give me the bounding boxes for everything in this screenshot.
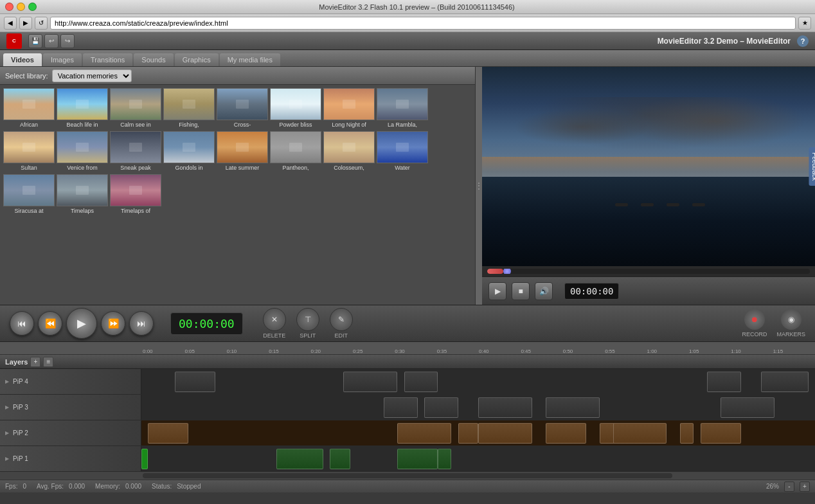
bookmark-button[interactable]: ★ (798, 17, 811, 30)
library-item-18[interactable]: Timelaps (57, 174, 108, 215)
preview-progress-bar[interactable] (487, 269, 810, 274)
library-select[interactable]: Vacation memories (52, 69, 132, 82)
layer-track-pip2[interactable] (141, 420, 815, 446)
status-value: Stopped (177, 483, 201, 490)
clip-pip4-4[interactable] (707, 372, 740, 392)
expand-pip4[interactable]: ▶ (5, 379, 9, 384)
library-item-13[interactable]: Late summer (217, 131, 268, 172)
help-button[interactable]: ? (797, 35, 809, 47)
clip-pip3-3[interactable] (478, 397, 532, 418)
layer-settings-button[interactable]: ≡ (43, 357, 53, 367)
undo-button[interactable]: ↩ (44, 34, 58, 48)
zoom-out-button[interactable]: - (784, 482, 794, 492)
tab-transitions[interactable]: Transitions (83, 53, 132, 66)
library-item-15[interactable]: Colosseum, (323, 131, 375, 172)
clip-pip2-5[interactable] (546, 423, 586, 444)
rewind-button[interactable]: ⏪ (38, 311, 62, 336)
clip-pip4-3[interactable] (404, 372, 438, 392)
forward-nav-button[interactable]: ▶ (19, 17, 32, 30)
minimize-button[interactable] (17, 3, 25, 11)
expand-pip1[interactable]: ▶ (5, 456, 9, 462)
library-item-4[interactable]: Fishing, (163, 88, 215, 129)
tab-my-media[interactable]: My media files (220, 53, 280, 66)
clip-pip1-3[interactable] (397, 449, 438, 469)
preview-stop-button[interactable]: ■ (512, 282, 530, 300)
clip-pip3-2[interactable] (424, 397, 458, 418)
delete-button[interactable]: ✕ (263, 308, 286, 331)
clip-pip2-1[interactable] (148, 423, 188, 444)
reload-button[interactable]: ↺ (35, 17, 48, 30)
clip-pip2-9[interactable] (701, 423, 741, 444)
library-item-9[interactable]: Sultan (3, 131, 55, 172)
library-item-1[interactable]: African (3, 88, 55, 129)
transport-right-tools: ⏺ RECORD ◉ MARKERS (742, 309, 805, 338)
layer-label-pip3: ▶ PiP 3 (0, 395, 141, 420)
clip-pip1-4[interactable] (438, 449, 451, 469)
clip-pip2-4[interactable] (478, 423, 532, 444)
timeline-scroll[interactable] (0, 472, 815, 480)
edit-button[interactable]: ✎ (330, 308, 353, 331)
clip-pip2-8[interactable] (680, 423, 694, 444)
transport-timecode: 00:00:00 (170, 312, 243, 335)
forward-to-end-button[interactable]: ⏭ (129, 311, 154, 336)
library-item-16[interactable]: Water (377, 131, 428, 172)
layer-track-pip4[interactable] (141, 369, 815, 394)
markers-tool[interactable]: ◉ MARKERS (776, 309, 805, 338)
clip-pip3-1[interactable] (384, 397, 417, 418)
preview-water (482, 177, 815, 267)
expand-pip2[interactable]: ▶ (5, 430, 9, 436)
maximize-button[interactable] (28, 3, 37, 11)
library-item-17[interactable]: Siracusa at (3, 174, 55, 215)
clip-pip4-2[interactable] (343, 372, 397, 392)
tab-images[interactable]: Images (43, 53, 82, 66)
scroll-track[interactable] (143, 473, 672, 478)
library-item-12[interactable]: Gondols in (163, 131, 215, 172)
split-button[interactable]: ⊤ (296, 308, 319, 331)
preview-play-button[interactable]: ▶ (488, 282, 506, 300)
add-layer-button[interactable]: + (30, 357, 40, 367)
clip-pip1-2[interactable] (330, 449, 350, 469)
redo-button[interactable]: ↪ (60, 34, 75, 48)
clip-pip2-7[interactable] (613, 423, 667, 444)
address-input[interactable] (50, 17, 796, 30)
close-button[interactable] (5, 3, 13, 11)
markers-icon: ◉ (781, 309, 802, 330)
tab-videos[interactable]: Videos (3, 53, 42, 66)
library-item-3[interactable]: Calm see in (110, 88, 161, 129)
layer-track-pip3[interactable] (141, 395, 815, 420)
layers-header: Layers + ≡ (0, 355, 815, 369)
clip-pip2-3[interactable] (458, 423, 478, 444)
clip-pip4-5[interactable] (761, 372, 808, 392)
library-item-7[interactable]: Long Night of (323, 88, 375, 129)
library-item-5[interactable]: Cross- (217, 88, 268, 129)
media-label-7: Long Night of (323, 120, 375, 129)
clip-pip3-5[interactable] (721, 397, 775, 418)
clip-pip1-marker[interactable] (141, 449, 148, 469)
library-item-11[interactable]: Sneak peak (110, 131, 161, 172)
library-item-8[interactable]: La Rambla, (377, 88, 428, 129)
library-item-19[interactable]: Timelaps of (110, 174, 161, 215)
record-tool[interactable]: ⏺ RECORD (742, 309, 767, 338)
fast-forward-button[interactable]: ⏩ (101, 311, 125, 336)
library-item-6[interactable]: Powder bliss (270, 88, 321, 129)
layer-track-pip1[interactable] (141, 446, 815, 471)
clip-pip1-1[interactable] (276, 449, 323, 469)
feedback-tab[interactable]: Feedback (809, 147, 815, 186)
panel-divider[interactable] (476, 67, 482, 305)
back-nav-button[interactable]: ◀ (4, 17, 17, 30)
clip-pip4-1[interactable] (175, 372, 215, 392)
save-button[interactable]: 💾 (28, 34, 42, 48)
library-item-2[interactable]: Beach life in (57, 88, 108, 129)
media-thumb-15 (323, 131, 375, 163)
preview-volume-button[interactable]: 🔊 (535, 282, 553, 300)
zoom-in-button[interactable]: + (800, 482, 810, 492)
library-item-14[interactable]: Pantheon, (270, 131, 321, 172)
clip-pip2-2[interactable] (397, 423, 451, 444)
tab-graphics[interactable]: Graphics (175, 53, 219, 66)
play-button[interactable]: ▶ (66, 308, 97, 339)
tab-sounds[interactable]: Sounds (134, 53, 173, 66)
library-item-10[interactable]: Venice from (57, 131, 108, 172)
expand-pip3[interactable]: ▶ (5, 404, 9, 410)
clip-pip3-4[interactable] (546, 397, 600, 418)
rewind-to-start-button[interactable]: ⏮ (10, 311, 34, 336)
